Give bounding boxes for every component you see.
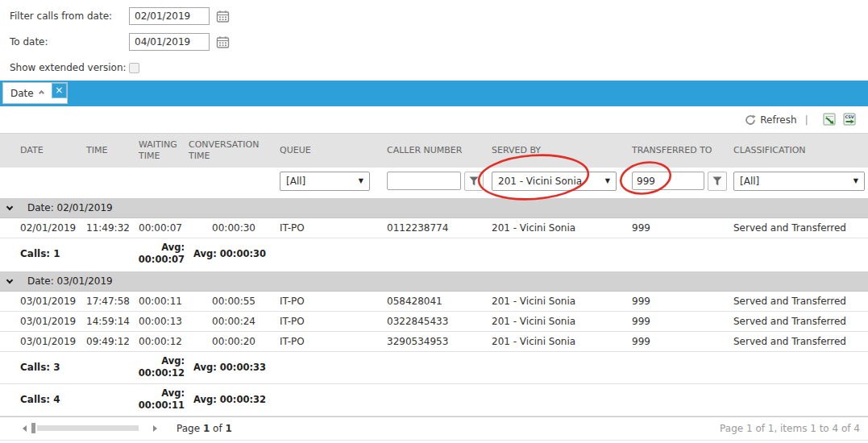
scroll-right-arrow[interactable] [153,425,157,432]
header-row: DATE TIME WAITING TIME CONVERSATION TIME… [0,134,868,168]
page-current: 1 [203,423,210,434]
cell-caller-number: 0322845433 [385,311,490,331]
cell-waiting-time: 00:00:11 [137,291,187,311]
excel-export-icon [823,113,837,126]
cell-caller-number: 0112238774 [385,217,490,238]
summary-calls: Calls: 3 [0,351,137,383]
cell-classification: Served and Transferred [732,291,868,311]
csv-export-icon: CSV [843,113,857,126]
cell-time: 11:49:32 [85,217,137,238]
summary-avg-waiting: Avg:00:00:07 [137,238,187,270]
caller-number-filter-button[interactable] [464,172,484,191]
scrollbar-track[interactable] [37,425,139,431]
cell-date: 02/01/2019 [0,217,85,238]
table-row[interactable]: 03/01/201914:59:1400:00:1300:00:24IT-PO0… [0,311,868,331]
total-summary-row: Calls: 4Avg:00:00:11Avg: 00:00:32 [0,383,868,416]
pager-bar: Page 1 of 1 Page 1 of 1, items 1 to 4 of… [0,416,868,441]
group-label: Date: 02/01/2019 [27,202,113,213]
page-label: Page [177,423,200,434]
group-chip-close-button[interactable]: × [52,83,67,98]
export-excel-button[interactable] [823,113,837,126]
col-header-waiting-time[interactable]: WAITING TIME [137,134,187,168]
toolbar-separator: | [805,114,808,126]
chevron-down-icon: ▼ [605,177,610,184]
to-date-input[interactable] [129,33,210,51]
filter-row: [All]▼ 201 - Vicini Sonia▼ [All]▼ [0,168,868,197]
summary-spacer [278,238,868,270]
cell-classification: Served and Transferred [732,311,868,331]
svg-text:CSV: CSV [845,114,853,119]
cell-waiting-time: 00:00:12 [137,331,187,351]
cell-classification: Served and Transferred [732,331,868,351]
funnel-icon [712,176,722,186]
from-date-row: Filter calls from date: [10,3,868,29]
cell-date: 03/01/2019 [0,331,85,351]
col-header-date[interactable]: DATE [0,134,85,168]
sort-ascending-icon [39,90,44,96]
cell-conversation-time: 00:00:30 [187,217,278,238]
summary-avg-conversation: Avg: 00:00:30 [187,238,278,270]
table-row[interactable]: 03/01/201917:47:5800:00:1100:00:55IT-PO0… [0,291,868,311]
col-header-served-by[interactable]: SERVED BY [490,134,630,168]
caller-number-filter-input[interactable] [387,172,461,190]
cell-waiting-time: 00:00:13 [137,311,187,331]
cell-transferred-to: 999 [630,331,732,351]
extended-version-row: Show extended version: [10,55,868,81]
col-header-queue[interactable]: QUEUE [278,134,385,168]
scrollbar-handle[interactable] [31,423,35,433]
col-header-conversation-time[interactable]: CONVERSATION TIME [187,134,278,168]
filter-row-spacer [0,168,278,197]
cell-queue: IT-PO [278,217,385,238]
classification-filter-select[interactable]: [All]▼ [733,172,865,191]
col-header-classification[interactable]: CLASSIFICATION [732,134,868,168]
group-header-row[interactable]: Date: 03/01/2019 [0,270,868,291]
from-date-input[interactable] [129,7,210,25]
from-date-label: Filter calls from date: [10,10,129,22]
collapse-chevron-icon[interactable] [6,203,13,209]
from-date-calendar-button[interactable] [216,10,230,23]
cell-caller-number: 058428041 [385,291,490,311]
group-chip-date[interactable]: Date × [2,82,68,104]
summary-spacer [278,351,868,383]
cell-queue: IT-PO [278,331,385,351]
classification-filter-value: [All] [740,176,759,187]
refresh-icon [745,114,756,126]
summary-calls: Calls: 4 [0,383,137,416]
queue-filter-value: [All] [286,176,305,187]
to-date-label: To date: [10,36,129,48]
to-date-calendar-button[interactable] [216,35,230,49]
cell-date: 03/01/2019 [0,311,85,331]
cell-waiting-time: 00:00:07 [137,217,187,238]
grouping-bar[interactable]: Date × [0,81,868,106]
group-cell: Date: 02/01/2019 [0,197,868,217]
group-summary-row: Calls: 1Avg:00:00:07Avg: 00:00:30 [0,238,868,270]
transferred-to-filter-input[interactable] [632,172,704,190]
transferred-to-filter-button[interactable] [708,172,727,191]
table-row[interactable]: 03/01/201909:49:1200:00:1200:00:20IT-PO3… [0,331,868,351]
table-row[interactable]: 02/01/201911:49:3200:00:0700:00:30IT-PO0… [0,217,868,238]
scroll-left-arrow[interactable] [23,425,27,432]
cell-conversation-time: 00:00:24 [187,311,278,331]
served-by-filter-value: 201 - Vicini Sonia [498,176,582,187]
col-header-caller-number[interactable]: CALLER NUMBER [385,134,490,168]
served-by-filter-select[interactable]: 201 - Vicini Sonia▼ [492,172,617,191]
refresh-label: Refresh [760,114,796,126]
cell-served-by: 201 - Vicini Sonia [490,311,630,331]
col-header-transferred-to[interactable]: TRANSFERRED TO [630,134,732,168]
extended-version-checkbox[interactable] [129,63,139,73]
group-header-row[interactable]: Date: 02/01/2019 [0,197,868,217]
cell-served-by: 201 - Vicini Sonia [490,217,630,238]
queue-filter-select[interactable]: [All]▼ [280,172,370,191]
cell-conversation-time: 00:00:20 [187,331,278,351]
export-csv-button[interactable]: CSV [843,113,857,126]
extended-version-label: Show extended version: [10,62,129,73]
close-icon: × [55,85,63,96]
cell-time: 09:49:12 [85,331,137,351]
col-header-time[interactable]: TIME [85,134,137,168]
cell-time: 17:47:58 [85,291,137,311]
refresh-button[interactable]: Refresh [745,114,796,126]
cell-served-by: 201 - Vicini Sonia [490,331,630,351]
chevron-down-icon: ▼ [359,177,363,184]
calendar-icon [216,10,230,23]
collapse-chevron-icon[interactable] [6,276,13,283]
